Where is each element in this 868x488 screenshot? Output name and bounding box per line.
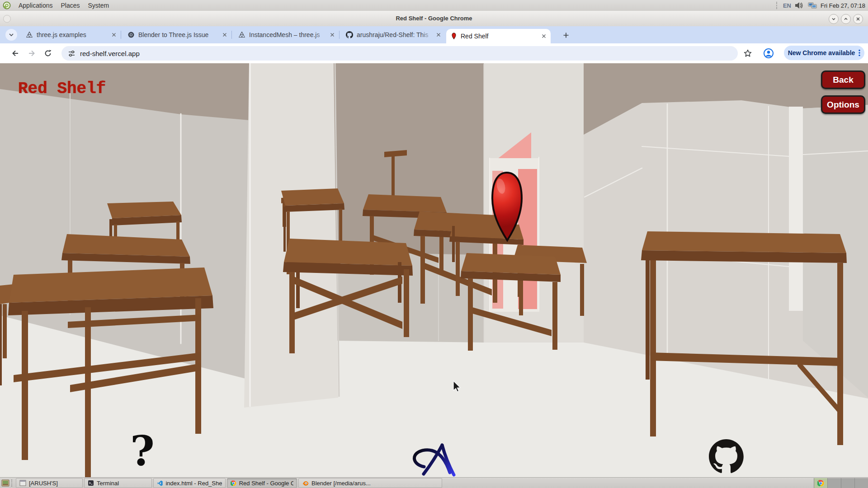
tab-title: InstancedMesh – three.js (249, 31, 326, 38)
new-tab-button[interactable] (561, 30, 571, 41)
workspace-3[interactable] (841, 478, 854, 488)
chrome-icon (231, 480, 236, 487)
tab-separator (339, 31, 340, 39)
menu-places[interactable]: Places (57, 0, 84, 11)
tab-title: arushraju/Red-Shelf: This (357, 31, 433, 38)
tab-close-icon[interactable] (330, 33, 335, 37)
task-label: index.html - Red_Shel... (165, 480, 222, 487)
panel-clock[interactable]: Fri Feb 27, 07:18 (821, 2, 865, 9)
tab-title: Blender to Three.js Issue (138, 31, 219, 38)
menu-system[interactable]: System (84, 0, 113, 11)
workspace-4[interactable] (854, 478, 868, 488)
panel-grip[interactable] (776, 2, 779, 9)
tab-close-icon[interactable] (222, 33, 227, 37)
terminal-icon (88, 480, 94, 486)
workspace-1[interactable] (814, 478, 827, 488)
window-icon (19, 480, 26, 486)
reload-button[interactable] (42, 48, 53, 59)
browser-toolbar: red-shelf.vercel.app New Chrome availabl… (0, 43, 868, 64)
site-settings-icon[interactable] (68, 50, 75, 57)
bookmark-star-icon[interactable] (742, 48, 753, 59)
tab-search-button[interactable] (5, 29, 17, 41)
window-titlebar: Red Shelf - Google Chrome (0, 11, 868, 27)
scene-svg (0, 63, 868, 477)
url-text[interactable]: red-shelf.vercel.app (80, 50, 140, 57)
balloon-icon (451, 33, 457, 40)
task-label: [ARUSH'S] (29, 480, 58, 487)
back-nav-button[interactable] (10, 48, 21, 59)
tab-instancedmesh[interactable]: InstancedMesh – three.js (234, 26, 339, 43)
task-file-manager[interactable]: [ARUSH'S] (16, 478, 83, 488)
tab-github-redshelf[interactable]: arushraju/Red-Shelf: This (341, 26, 445, 43)
update-chrome-label: New Chrome available (788, 49, 855, 56)
workspace-2[interactable] (827, 478, 841, 488)
tab-threejs-examples[interactable]: three.js examples (21, 26, 121, 43)
tab-blender-issue[interactable]: Blender to Three.js Issue (123, 26, 231, 43)
tab-title: three.js examples (37, 31, 108, 38)
tab-close-icon[interactable] (542, 34, 546, 38)
bottom-taskbar: [ARUSH'S] Terminal index.html - Red_Shel… (0, 477, 868, 488)
close-window-button[interactable] (853, 14, 863, 24)
task-terminal[interactable]: Terminal (84, 478, 152, 488)
tab-strip: three.js examples Blender to Three.js Is… (0, 26, 868, 43)
keyboard-layout-indicator[interactable]: EN (783, 2, 791, 9)
network-icon[interactable] (807, 1, 817, 9)
menu-dots-icon[interactable] (859, 49, 860, 56)
update-chrome-button[interactable]: New Chrome available (784, 46, 864, 60)
tab-red-shelf-active[interactable]: Red Shelf (446, 29, 551, 43)
vscode-icon (157, 480, 163, 487)
desktop: Applications Places System EN Fri Feb 27… (0, 0, 868, 488)
task-blender[interactable]: Blender [/media/arus... (298, 478, 442, 488)
threejs-icon (238, 31, 245, 38)
taskbar-grip[interactable] (11, 479, 14, 487)
forward-nav-button[interactable] (26, 48, 37, 59)
top-panel: Applications Places System EN Fri Feb 27… (0, 0, 868, 11)
tab-separator (231, 31, 232, 39)
threejs-canvas[interactable]: Red Shelf Back Options ? (0, 63, 868, 477)
profile-icon[interactable] (763, 48, 774, 59)
tab-separator (121, 31, 121, 39)
minimize-button[interactable] (829, 14, 839, 24)
tab-title: Red Shelf (461, 33, 538, 40)
volume-icon[interactable] (794, 1, 804, 9)
task-label: Blender [/media/arus... (311, 480, 371, 487)
threejs-icon (26, 31, 33, 38)
menu-applications[interactable]: Applications (14, 0, 57, 11)
task-chrome[interactable]: Red Shelf - Google Ch... (227, 478, 297, 488)
window-title: Red Shelf - Google Chrome (0, 11, 868, 26)
right-wall-strip (789, 107, 803, 311)
blender-doc-icon (127, 31, 135, 38)
back-button[interactable]: Back (821, 70, 865, 89)
github-icon (346, 31, 353, 38)
blender-icon (302, 480, 309, 487)
options-button[interactable]: Options (821, 95, 865, 114)
tab-close-icon[interactable] (112, 33, 116, 37)
menu-logo-icon[interactable] (3, 1, 11, 9)
chrome-icon (817, 480, 824, 487)
question-mark[interactable]: ? (130, 430, 155, 472)
pillar (244, 63, 339, 408)
show-desktop-icon[interactable] (1, 479, 9, 487)
workspace-switcher (814, 478, 868, 488)
tab-close-icon[interactable] (436, 33, 441, 37)
task-label: Terminal (97, 480, 119, 487)
task-label: Red Shelf - Google Ch... (239, 480, 293, 487)
task-vscode[interactable]: index.html - Red_Shel... (153, 478, 226, 488)
address-bar[interactable]: red-shelf.vercel.app (61, 46, 738, 61)
maximize-button[interactable] (841, 14, 851, 24)
page-title: Red Shelf (18, 80, 106, 98)
